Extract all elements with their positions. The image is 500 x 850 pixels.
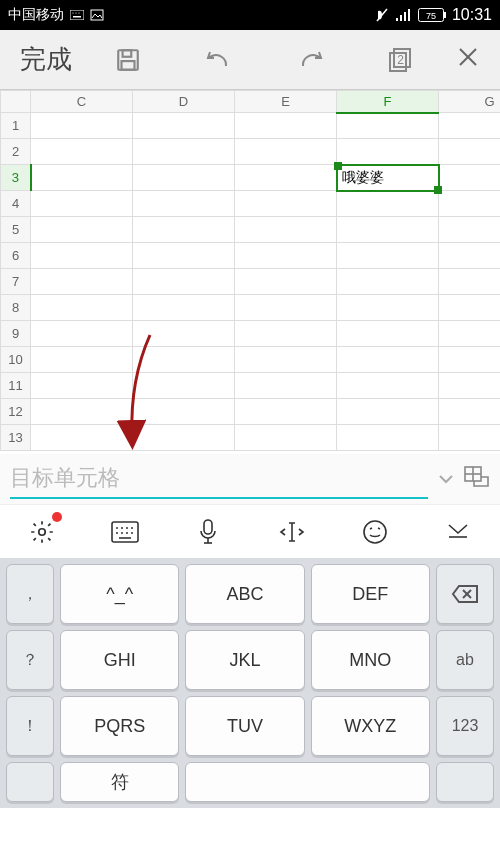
cell[interactable] xyxy=(133,347,235,373)
cell[interactable] xyxy=(439,165,501,191)
key-exclaim[interactable]: ！ xyxy=(6,696,54,756)
cell[interactable] xyxy=(133,399,235,425)
cell[interactable] xyxy=(439,139,501,165)
cell[interactable] xyxy=(31,191,133,217)
row-header[interactable]: 2 xyxy=(1,139,31,165)
cell[interactable] xyxy=(31,295,133,321)
key-def[interactable]: DEF xyxy=(311,564,430,624)
cell[interactable] xyxy=(31,269,133,295)
cell[interactable] xyxy=(31,425,133,451)
cell[interactable] xyxy=(235,243,337,269)
cell[interactable] xyxy=(439,113,501,139)
undo-button[interactable] xyxy=(199,40,239,80)
cell[interactable] xyxy=(439,269,501,295)
select-all-corner[interactable] xyxy=(1,91,31,113)
cell[interactable] xyxy=(133,217,235,243)
row-header[interactable]: 5 xyxy=(1,217,31,243)
key-abc[interactable]: ABC xyxy=(185,564,304,624)
key-face[interactable]: ^_^ xyxy=(60,564,179,624)
cell[interactable] xyxy=(439,295,501,321)
cell[interactable] xyxy=(31,243,133,269)
cell[interactable] xyxy=(337,191,439,217)
cell[interactable] xyxy=(439,321,501,347)
cell[interactable] xyxy=(337,269,439,295)
cell[interactable] xyxy=(235,425,337,451)
dropdown-icon[interactable] xyxy=(438,470,454,488)
col-header[interactable]: E xyxy=(235,91,337,113)
collapse-keyboard-button[interactable] xyxy=(438,512,478,552)
redo-button[interactable] xyxy=(290,40,330,80)
cell[interactable] xyxy=(337,399,439,425)
cell[interactable] xyxy=(337,217,439,243)
cell[interactable] xyxy=(337,295,439,321)
sheets-button[interactable]: 2 xyxy=(381,40,421,80)
cell[interactable] xyxy=(31,347,133,373)
cell[interactable] xyxy=(337,321,439,347)
row-header[interactable]: 6 xyxy=(1,243,31,269)
row-header[interactable]: 10 xyxy=(1,347,31,373)
key-comma[interactable]: ， xyxy=(6,564,54,624)
cell[interactable] xyxy=(235,347,337,373)
cell[interactable] xyxy=(439,243,501,269)
selection-handle-icon[interactable] xyxy=(334,162,342,170)
cell[interactable] xyxy=(337,113,439,139)
cell[interactable] xyxy=(31,113,133,139)
cell[interactable] xyxy=(133,139,235,165)
cell[interactable] xyxy=(133,191,235,217)
key-123-mode[interactable]: 123 xyxy=(436,696,494,756)
cell[interactable] xyxy=(133,165,235,191)
cell[interactable] xyxy=(439,399,501,425)
row-header-active[interactable]: 3 xyxy=(1,165,31,191)
cell-ref-icon[interactable] xyxy=(464,466,490,492)
done-button[interactable]: 完成 xyxy=(10,42,82,77)
emoji-button[interactable] xyxy=(355,512,395,552)
row-header[interactable]: 1 xyxy=(1,113,31,139)
cell[interactable] xyxy=(337,425,439,451)
key-blank[interactable] xyxy=(185,762,430,802)
cell[interactable] xyxy=(133,269,235,295)
key-question[interactable]: ？ xyxy=(6,630,54,690)
col-header[interactable]: D xyxy=(133,91,235,113)
row-header[interactable]: 13 xyxy=(1,425,31,451)
cell[interactable] xyxy=(133,321,235,347)
cell[interactable] xyxy=(235,269,337,295)
cell[interactable] xyxy=(133,373,235,399)
cell[interactable] xyxy=(31,373,133,399)
cell[interactable] xyxy=(31,399,133,425)
cell[interactable] xyxy=(133,295,235,321)
cell[interactable] xyxy=(235,165,337,191)
key-jkl[interactable]: JKL xyxy=(185,630,304,690)
cell[interactable] xyxy=(235,217,337,243)
cell[interactable] xyxy=(133,243,235,269)
key-backspace[interactable] xyxy=(436,564,494,624)
cell[interactable] xyxy=(133,425,235,451)
key-wxyz[interactable]: WXYZ xyxy=(311,696,430,756)
key-ghi[interactable]: GHI xyxy=(60,630,179,690)
cell[interactable] xyxy=(31,139,133,165)
cell[interactable] xyxy=(337,373,439,399)
cell[interactable] xyxy=(439,373,501,399)
keyboard-switch-button[interactable] xyxy=(105,512,145,552)
selected-cell[interactable]: 哦婆婆 xyxy=(337,165,439,191)
target-cell-input[interactable] xyxy=(10,459,428,499)
cell[interactable] xyxy=(439,425,501,451)
cell[interactable] xyxy=(235,191,337,217)
key-side[interactable] xyxy=(436,762,494,802)
row-header[interactable]: 12 xyxy=(1,399,31,425)
cell[interactable] xyxy=(439,191,501,217)
col-header[interactable]: G xyxy=(439,91,501,113)
row-header[interactable]: 8 xyxy=(1,295,31,321)
row-header[interactable]: 9 xyxy=(1,321,31,347)
cell[interactable] xyxy=(235,373,337,399)
cell[interactable] xyxy=(235,321,337,347)
settings-button[interactable] xyxy=(22,512,62,552)
cell[interactable] xyxy=(235,139,337,165)
voice-input-button[interactable] xyxy=(188,512,228,552)
cell[interactable] xyxy=(337,243,439,269)
key-ab-mode[interactable]: ab xyxy=(436,630,494,690)
cursor-mode-button[interactable] xyxy=(272,512,312,552)
cell[interactable] xyxy=(31,165,133,191)
cell[interactable] xyxy=(235,113,337,139)
key-tuv[interactable]: TUV xyxy=(185,696,304,756)
cell[interactable] xyxy=(439,347,501,373)
